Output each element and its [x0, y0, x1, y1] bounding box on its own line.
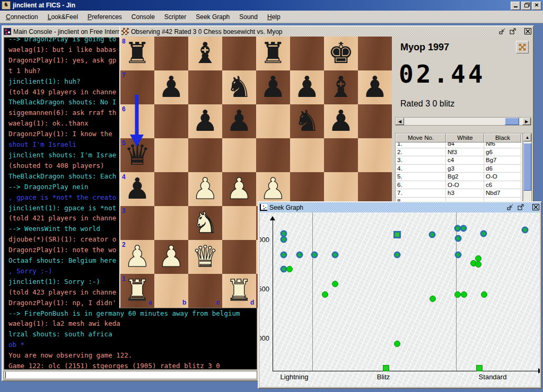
seek-point-rated-square[interactable] — [393, 231, 401, 238]
square-c5[interactable] — [188, 138, 222, 172]
square-e7[interactable] — [256, 70, 290, 104]
square-a1[interactable] — [120, 274, 154, 308]
seek-point-circle[interactable] — [394, 341, 400, 347]
seek-point-circle[interactable] — [481, 291, 487, 298]
square-d8[interactable] — [222, 37, 256, 70]
square-f5[interactable] — [290, 138, 324, 172]
seek-point-rated-circle[interactable] — [296, 252, 303, 259]
square-a7[interactable] — [120, 70, 154, 104]
scrollbar-thumb[interactable] — [523, 143, 531, 191]
board-titlebar[interactable]: Observing #42 Rated 3 0 Chess boesewicht… — [120, 26, 533, 37]
square-c8[interactable] — [188, 37, 222, 70]
move-position-slider[interactable]: ◀ ▶ — [395, 117, 531, 126]
seek-maximize-button[interactable] — [517, 203, 525, 211]
square-a3[interactable] — [120, 206, 154, 240]
menu-item-connection[interactable]: Connection — [1, 12, 43, 22]
seek-point-circle[interactable] — [286, 266, 293, 272]
close-button[interactable]: ✕ — [532, 2, 541, 10]
seek-point-square[interactable] — [383, 365, 389, 371]
move-table-header-black[interactable]: Black — [484, 133, 521, 142]
menu-item-console[interactable]: Console — [127, 12, 160, 22]
board-minimize-button[interactable] — [498, 28, 506, 35]
square-h5[interactable] — [358, 138, 392, 172]
square-c7[interactable] — [188, 70, 222, 104]
seek-graph-plot[interactable]: 200015001000LightningBlitzStandard — [260, 212, 540, 387]
square-b2[interactable] — [154, 240, 188, 274]
square-e5[interactable] — [256, 138, 290, 172]
move-table-header-move-no-[interactable]: Move No. — [396, 133, 446, 142]
move-table-row[interactable]: 3.c4Bg7 — [396, 156, 522, 165]
square-d5[interactable] — [222, 138, 256, 172]
menu-item-look-feel[interactable]: Look&Feel — [43, 12, 83, 22]
square-b1[interactable] — [154, 274, 188, 308]
slider-left-arrow[interactable]: ◀ — [396, 118, 404, 125]
seek-point-rated-circle[interactable] — [522, 227, 529, 234]
square-c2[interactable] — [188, 240, 222, 274]
seek-point-circle[interactable] — [430, 296, 436, 302]
square-h8[interactable] — [358, 37, 392, 70]
square-c4[interactable] — [188, 172, 222, 206]
board-maximize-button[interactable] — [509, 28, 517, 35]
square-b7[interactable] — [154, 70, 188, 104]
square-e6[interactable] — [256, 104, 290, 138]
square-b3[interactable] — [154, 206, 188, 240]
menu-item-help[interactable]: Help — [262, 12, 285, 22]
seek-point-rated-circle[interactable] — [480, 230, 487, 237]
move-table-row[interactable]: 6.O-Oc6 — [396, 181, 522, 190]
square-b6[interactable] — [154, 104, 188, 138]
slider-thumb[interactable] — [505, 118, 519, 125]
square-a4[interactable] — [120, 172, 154, 206]
square-f6[interactable] — [290, 104, 324, 138]
seek-point-circle[interactable] — [454, 291, 461, 298]
square-h6[interactable] — [358, 104, 392, 138]
square-a6[interactable] — [120, 104, 154, 138]
restore-button[interactable] — [521, 2, 531, 10]
square-g6[interactable] — [324, 104, 358, 138]
square-g8[interactable] — [324, 37, 358, 70]
menu-item-preferences[interactable]: Preferences — [83, 12, 127, 22]
square-c6[interactable] — [188, 104, 222, 138]
menu-item-seek-graph[interactable]: Seek Graph — [191, 12, 234, 22]
square-a5[interactable] — [120, 138, 154, 172]
move-table-header-white[interactable]: White — [446, 133, 484, 142]
square-b4[interactable] — [154, 172, 188, 206]
move-table-row[interactable]: 4.g3d6 — [396, 165, 522, 173]
square-a2[interactable] — [120, 240, 154, 274]
scrollbar-up-arrow[interactable]: ▲ — [523, 133, 531, 141]
seek-point-circle[interactable] — [322, 291, 328, 298]
square-b8[interactable] — [154, 37, 188, 70]
square-h7[interactable] — [358, 70, 392, 104]
seek-point-rated-circle[interactable] — [455, 235, 462, 242]
square-e8[interactable] — [256, 37, 290, 70]
seek-point-rated-circle[interactable] — [311, 252, 318, 259]
seek-point-rated-circle[interactable] — [332, 252, 339, 259]
square-g5[interactable] — [324, 138, 358, 172]
seek-titlebar[interactable]: Seek Graph — [259, 202, 541, 212]
seek-point-circle[interactable] — [332, 281, 338, 287]
square-d3[interactable] — [222, 206, 256, 240]
square-c1[interactable] — [188, 274, 222, 308]
seek-point-square[interactable] — [476, 365, 483, 371]
square-a8[interactable] — [120, 37, 154, 70]
seek-minimize-button[interactable] — [506, 203, 514, 211]
slider-right-arrow[interactable]: ▶ — [522, 118, 531, 125]
square-d7[interactable] — [222, 70, 256, 104]
seek-point-rated-circle[interactable] — [429, 231, 436, 238]
move-table-row[interactable]: 5.Bg2O-O — [396, 173, 522, 181]
square-d2[interactable] — [222, 240, 256, 274]
square-b5[interactable] — [154, 138, 188, 172]
minimize-button[interactable] — [511, 2, 520, 10]
seek-point-rated-circle[interactable] — [460, 225, 467, 232]
square-d4[interactable] — [222, 172, 256, 206]
square-d1[interactable] — [222, 274, 256, 308]
seek-point-rated-circle[interactable] — [394, 252, 401, 259]
seek-point-rated-circle[interactable] — [281, 252, 287, 259]
move-table-row[interactable]: 2.Nf3g6 — [396, 148, 522, 157]
square-d6[interactable] — [222, 104, 256, 138]
square-f7[interactable] — [290, 70, 324, 104]
expand-board-button[interactable] — [516, 41, 529, 54]
menu-item-scripter[interactable]: Scripter — [160, 12, 191, 22]
seek-point-circle[interactable] — [461, 291, 467, 298]
console-input[interactable] — [4, 371, 257, 379]
square-g7[interactable] — [324, 70, 358, 104]
